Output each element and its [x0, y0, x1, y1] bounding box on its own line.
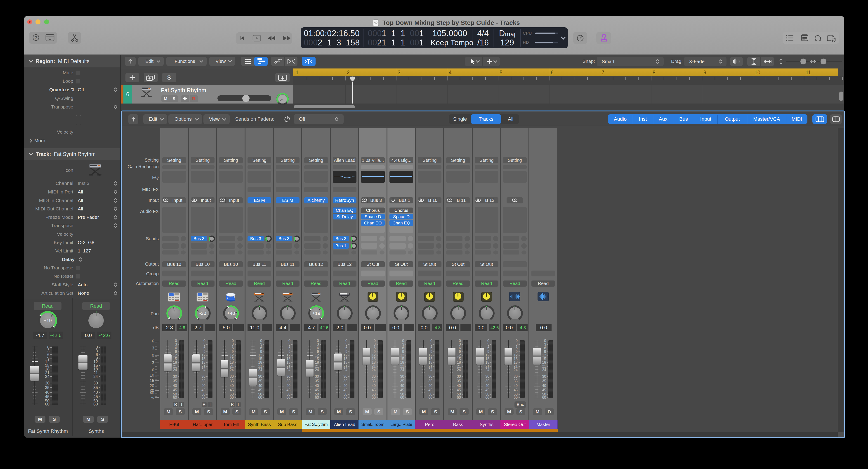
svg-text:?: ? — [35, 35, 37, 40]
